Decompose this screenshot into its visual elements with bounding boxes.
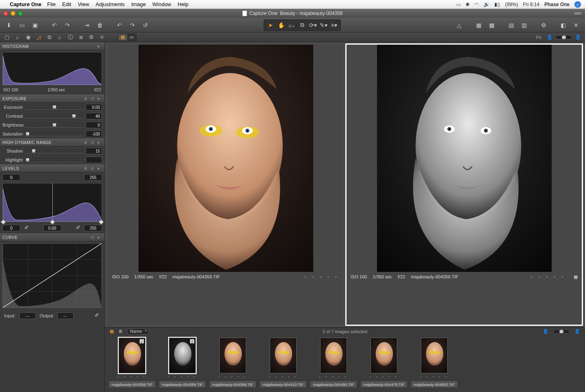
- single-view-icon[interactable]: ▭: [127, 34, 136, 41]
- zoom-slider[interactable]: [556, 35, 572, 39]
- window-minimize-button[interactable]: [11, 11, 15, 16]
- menu-edit[interactable]: Edit: [62, 1, 71, 7]
- levels-graph[interactable]: [2, 183, 102, 222]
- collapse-icon[interactable]: ▾: [95, 235, 102, 240]
- wifi-icon[interactable]: ◠: [474, 2, 479, 7]
- search-tab[interactable]: ⌕: [13, 34, 22, 41]
- sort-dropdown[interactable]: Name: [127, 328, 149, 335]
- picker-tool[interactable]: ✎▾: [318, 21, 328, 30]
- collapse-icon[interactable]: ▾: [95, 166, 102, 171]
- collapse-icon[interactable]: ▾: [95, 140, 102, 145]
- reset-icon[interactable]: ↺: [89, 140, 95, 145]
- auto-label[interactable]: A: [82, 166, 89, 171]
- auto-label[interactable]: A: [82, 97, 89, 101]
- thumb-tile[interactable]: • • • • •majabeauty-004503.TIF: [410, 338, 458, 391]
- menu-view[interactable]: View: [78, 1, 89, 7]
- levels-white-in[interactable]: 255: [84, 225, 102, 231]
- redo-button2[interactable]: ↶: [114, 20, 125, 30]
- thumb-image[interactable]: 2: [169, 338, 196, 373]
- window-close-button[interactable]: [3, 11, 8, 16]
- thumb-list-icon[interactable]: ≣: [117, 329, 124, 334]
- auto-label[interactable]: A: [82, 140, 89, 145]
- curve-picker-icon[interactable]: ✐: [93, 312, 100, 319]
- hdr-header[interactable]: HIGH DYNAMIC RANGE A ↺ ▾: [0, 138, 104, 146]
- toolbar-toggle[interactable]: [574, 12, 582, 15]
- compare-button[interactable]: ◧: [557, 20, 569, 30]
- rotate-tool[interactable]: ⟳▾: [308, 21, 318, 30]
- exposure-slider[interactable]: [25, 114, 83, 118]
- crop-tool[interactable]: ⧉: [297, 21, 307, 30]
- levels-black-out[interactable]: 0: [2, 174, 20, 181]
- exposure-slider[interactable]: [25, 105, 83, 110]
- menu-help[interactable]: Help: [178, 1, 188, 7]
- reset-icon[interactable]: ↺: [89, 97, 95, 101]
- thumb-size-slider[interactable]: [553, 330, 570, 334]
- zoom-tool[interactable]: ⌕▾: [287, 21, 297, 30]
- thumb-tile[interactable]: 2• • • • •majabeauty-004359.TIF: [158, 338, 206, 391]
- hdr-value[interactable]: [86, 157, 102, 163]
- tether-button[interactable]: ▭: [16, 20, 28, 30]
- zoom-tab[interactable]: ⌕: [55, 34, 64, 41]
- person-icon-r[interactable]: 👤: [575, 34, 581, 40]
- levels-black-in[interactable]: 0: [2, 225, 20, 231]
- display-icon[interactable]: ▭: [456, 2, 461, 7]
- pan-tool[interactable]: ✋: [276, 21, 286, 30]
- window-zoom-button[interactable]: [18, 11, 23, 16]
- histogram-header[interactable]: HISTOGRAM ▾: [0, 42, 104, 50]
- exposure-tab[interactable]: ◿: [34, 34, 43, 41]
- hdr-slider[interactable]: [25, 149, 83, 153]
- rating-dots[interactable]: • • • • •: [305, 274, 339, 279]
- thumb-rating[interactable]: • • • • •: [319, 375, 348, 381]
- grid-view-icon[interactable]: ▦: [118, 34, 127, 41]
- levels-white-out[interactable]: 255: [84, 174, 102, 181]
- thumb-image[interactable]: [421, 338, 448, 373]
- metadata-tab[interactable]: ≣: [76, 34, 85, 41]
- output-tab[interactable]: ⚛: [98, 34, 106, 41]
- thumb-image[interactable]: [320, 338, 347, 373]
- brand[interactable]: Phase One: [544, 2, 570, 7]
- thumb-size-s-icon[interactable]: 👤: [543, 329, 548, 334]
- tools-button[interactable]: ✕: [570, 20, 582, 30]
- curve-header[interactable]: CURVE ↺ ▾: [0, 233, 104, 241]
- settings-button[interactable]: ⚙: [538, 20, 549, 30]
- reset-icon[interactable]: ↺: [89, 166, 95, 171]
- clock[interactable]: Fri 8:14: [523, 2, 540, 7]
- info-tab[interactable]: ⓘ: [66, 34, 75, 41]
- move-to-button[interactable]: ⇥: [81, 20, 93, 30]
- person-icon-l[interactable]: 👤: [547, 34, 552, 40]
- white-eyedropper-icon[interactable]: ✐: [74, 224, 82, 232]
- viewer-mode-switch[interactable]: ▦ ▭: [118, 34, 136, 41]
- thumb-tile[interactable]: • • • • •majabeauty-004389.TIF: [209, 338, 257, 391]
- thumb-tile[interactable]: • • • • •majabeauty-004410.TIF: [259, 338, 307, 391]
- levels-header[interactable]: LEVELS A ↺ ▾: [0, 164, 104, 172]
- thumb-rating[interactable]: • • • • •: [420, 375, 449, 381]
- battery-icon[interactable]: ▮▯: [494, 2, 500, 7]
- straighten-tool[interactable]: ≡▾: [329, 21, 339, 30]
- thumb-rating[interactable]: • • • • •: [269, 375, 298, 381]
- collapse-icon[interactable]: ▾: [95, 97, 102, 101]
- thumb-image[interactable]: [219, 338, 246, 373]
- spotlight-icon[interactable]: ⌕: [574, 1, 581, 8]
- thumb-rating[interactable]: • • • • •: [168, 375, 197, 381]
- curve-input-value[interactable]: ---: [20, 312, 36, 319]
- thumb-grid-icon[interactable]: ▦: [108, 329, 115, 334]
- redo-button[interactable]: ↷: [62, 20, 73, 30]
- thumb-rating[interactable]: • • • • •: [370, 375, 399, 381]
- exposure-value[interactable]: -100: [86, 131, 102, 137]
- crop-tab[interactable]: ⧉: [45, 34, 54, 41]
- thumb-rating[interactable]: • • • • •: [118, 375, 147, 381]
- delete-button[interactable]: 🗑: [94, 20, 106, 30]
- rating-dots[interactable]: • • • • •: [531, 274, 566, 279]
- menu-file[interactable]: File: [47, 1, 56, 7]
- paste-adj-button[interactable]: ▥: [518, 20, 530, 30]
- black-eyedropper-icon[interactable]: ✐: [23, 224, 30, 232]
- process-button[interactable]: ▦: [473, 20, 484, 30]
- undo-button[interactable]: ↶: [49, 20, 60, 30]
- app-name[interactable]: Capture One: [10, 1, 41, 7]
- levels-gamma[interactable]: 0.00: [43, 225, 61, 231]
- exposure-value[interactable]: 0: [86, 122, 102, 128]
- browser-view-switch[interactable]: ▦ ≣: [108, 329, 124, 334]
- curve-graph[interactable]: [2, 243, 102, 308]
- exposure-slider[interactable]: [25, 131, 83, 136]
- menu-adjustments[interactable]: Adjustments: [95, 1, 125, 7]
